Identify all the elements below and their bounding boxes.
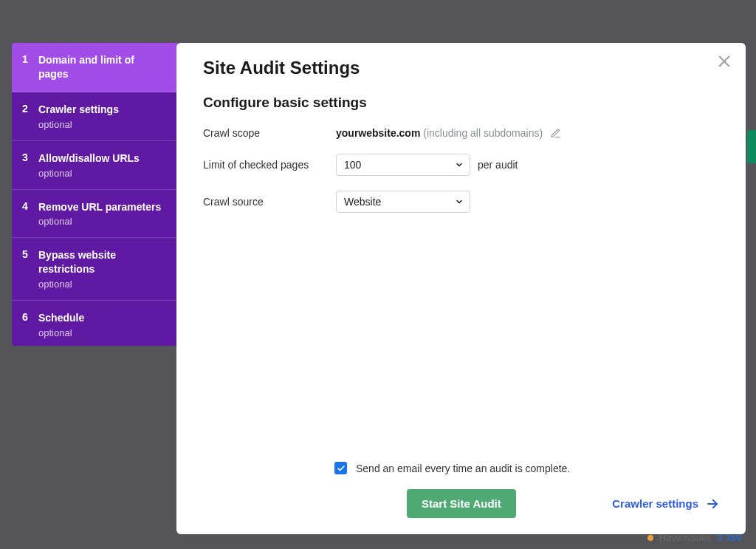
step-number: 6 — [22, 311, 38, 323]
panel-footer: Send an email every time an audit is com… — [203, 462, 719, 518]
settings-form: Crawl scope yourwebsite.com (including a… — [203, 127, 719, 213]
chevron-down-icon — [455, 160, 464, 169]
row-crawl-source: Crawl source Website — [203, 191, 719, 213]
step-remove-url-parameters[interactable]: 4 Remove URL parameters optional — [12, 190, 178, 239]
limit-pages-value: 100 — [344, 159, 361, 171]
step-domain-and-limit[interactable]: 1 Domain and limit of pages — [12, 43, 178, 92]
step-optional-label: optional — [38, 119, 166, 130]
step-number: 4 — [22, 200, 38, 212]
crawler-settings-link[interactable]: Crawler settings — [612, 497, 719, 511]
step-title: Bypass website restrictions — [38, 248, 166, 276]
panel-title: Site Audit Settings — [203, 58, 719, 78]
crawl-scope-hint: (including all subdomains) — [423, 127, 543, 139]
edit-crawl-scope-button[interactable] — [550, 128, 561, 139]
email-notify-row: Send an email every time an audit is com… — [334, 462, 719, 474]
crawl-scope-domain: yourwebsite.com — [336, 127, 420, 139]
pencil-icon — [550, 128, 561, 139]
step-optional-label: optional — [38, 279, 166, 290]
limit-pages-select[interactable]: 100 — [336, 154, 470, 176]
step-number: 1 — [22, 53, 38, 65]
settings-panel: Site Audit Settings Configure basic sett… — [176, 43, 746, 534]
step-bypass-restrictions[interactable]: 5 Bypass website restrictions optional — [12, 238, 178, 301]
step-schedule[interactable]: 6 Schedule optional — [12, 301, 178, 346]
panel-subtitle: Configure basic settings — [203, 95, 719, 111]
arrow-right-icon — [706, 497, 719, 511]
crawl-source-value: Website — [344, 196, 381, 208]
step-crawler-settings[interactable]: 2 Crawler settings optional — [12, 92, 178, 141]
crawl-source-label: Crawl source — [203, 196, 336, 208]
start-site-audit-button[interactable]: Start Site Audit — [407, 489, 516, 518]
step-title: Remove URL parameters — [38, 200, 166, 214]
step-optional-label: optional — [38, 327, 166, 338]
step-optional-label: optional — [38, 168, 166, 179]
email-notify-checkbox[interactable] — [334, 462, 347, 474]
email-notify-label: Send an email every time an audit is com… — [356, 463, 570, 474]
row-crawl-scope: Crawl scope yourwebsite.com (including a… — [203, 127, 719, 139]
step-number: 2 — [22, 103, 38, 115]
checkmark-icon — [337, 464, 346, 473]
step-title: Allow/disallow URLs — [38, 151, 166, 166]
next-link-label: Crawler settings — [612, 497, 698, 510]
crawl-scope-label: Crawl scope — [203, 127, 336, 139]
limit-pages-label: Limit of checked pages — [203, 159, 336, 171]
close-button[interactable] — [716, 53, 732, 69]
step-title: Domain and limit of pages — [38, 53, 166, 81]
bg-green-strip — [747, 130, 756, 163]
step-allow-disallow-urls[interactable]: 3 Allow/disallow URLs optional — [12, 141, 178, 190]
limit-suffix: per audit — [478, 159, 518, 171]
step-optional-label: optional — [38, 216, 166, 227]
modal: 1 Domain and limit of pages 2 Crawler se… — [12, 43, 746, 534]
row-limit-pages: Limit of checked pages 100 per audit — [203, 154, 719, 176]
settings-steps-sidebar: 1 Domain and limit of pages 2 Crawler se… — [12, 43, 178, 346]
chevron-down-icon — [455, 197, 464, 206]
step-number: 3 — [22, 151, 38, 163]
close-icon — [716, 53, 732, 69]
step-title: Schedule — [38, 311, 166, 325]
step-title: Crawler settings — [38, 103, 166, 117]
step-number: 5 — [22, 248, 38, 260]
crawl-source-select[interactable]: Website — [336, 191, 470, 213]
warning-dot-icon — [647, 535, 653, 541]
